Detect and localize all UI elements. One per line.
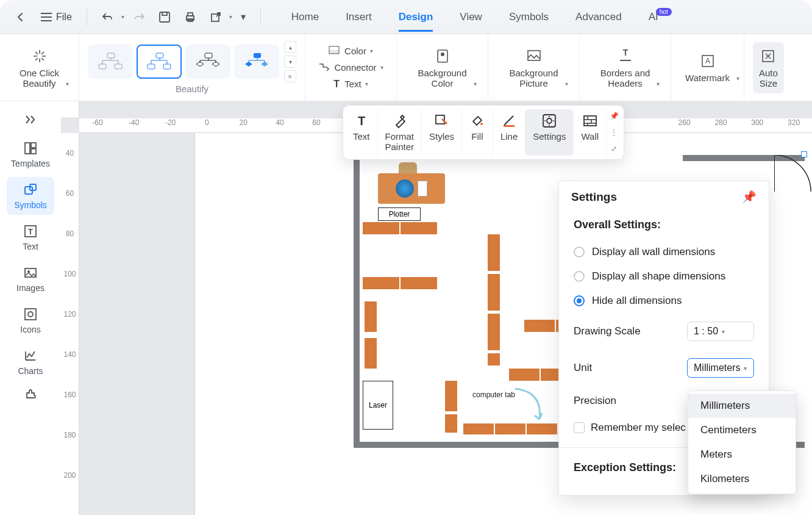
settings-title: Settings <box>571 190 617 204</box>
color-label: Color <box>344 46 366 56</box>
wall-left[interactable] <box>354 155 360 442</box>
computer-tab-label: computer tab <box>472 391 515 399</box>
watermark-button[interactable]: AWatermark▾ <box>679 49 736 85</box>
group-style-menu: Color▾ Connector▾ TText▾ <box>305 34 397 101</box>
style-thumb-1[interactable] <box>88 45 133 79</box>
tab-ai[interactable]: AIhot <box>635 2 688 32</box>
group-bg-picture: Background Picture▾ <box>488 34 580 101</box>
radio-hide-dimensions[interactable]: Hide all dimensions <box>559 289 769 313</box>
export-button[interactable] <box>205 6 227 28</box>
ft-line[interactable]: Line <box>493 109 525 156</box>
print-button[interactable] <box>179 6 201 28</box>
pin-icon[interactable]: 📌 <box>610 112 619 120</box>
sidebar-icons[interactable]: Icons <box>7 301 54 339</box>
unit-select[interactable]: Millimeters▾ <box>687 358 754 378</box>
sidebar-images[interactable]: Images <box>7 260 54 298</box>
brick[interactable] <box>488 353 500 366</box>
tab-advanced[interactable]: Advanced <box>562 2 635 32</box>
brick[interactable] <box>488 234 500 271</box>
bg-color-button[interactable]: Background Color▾ <box>411 45 472 91</box>
tab-design[interactable]: Design <box>385 2 447 32</box>
bg-picture-button[interactable]: Background Picture▾ <box>503 45 564 91</box>
tab-insert[interactable]: Insert <box>332 2 385 32</box>
back-button[interactable] <box>10 6 32 28</box>
ft-settings[interactable]: Settings <box>525 109 574 156</box>
ft-format-painter[interactable]: Format Painter <box>378 109 422 156</box>
radio-shape-dimensions[interactable]: Display all shape dimensions <box>559 264 769 289</box>
brick[interactable] <box>365 338 377 369</box>
gallery-more[interactable]: ≡ <box>284 70 296 82</box>
gallery-up[interactable]: ▴ <box>284 41 296 53</box>
sidebar-symbols[interactable]: Symbols <box>7 177 54 215</box>
text-menu[interactable]: TText▾ <box>331 77 370 91</box>
brick[interactable] <box>401 222 437 234</box>
plotter-label-box[interactable]: Plotter <box>378 207 421 221</box>
unit-option-m[interactable]: Meters <box>688 442 796 467</box>
plotter-device[interactable] <box>378 173 445 204</box>
file-menu[interactable]: File <box>35 9 77 25</box>
svg-rect-23 <box>329 50 339 54</box>
brick[interactable] <box>401 277 437 289</box>
save-button[interactable] <box>154 6 176 28</box>
ft-text-label: Text <box>353 131 370 142</box>
unit-option-mm[interactable]: Millimeters <box>688 394 796 418</box>
brick[interactable] <box>524 320 555 332</box>
more-dots-icon[interactable]: ⋮ <box>610 128 618 137</box>
plotter-top <box>399 162 417 173</box>
svg-point-25 <box>441 52 444 56</box>
borders-headers-button[interactable]: TBorders and Headers▾ <box>594 45 657 91</box>
undo-caret[interactable]: ▾ <box>121 13 124 20</box>
ft-styles[interactable]: Styles <box>422 109 462 156</box>
group-auto-size: Auto Size <box>744 34 795 101</box>
sidebar-more[interactable] <box>7 384 54 405</box>
scale-select[interactable]: 1 : 50▾ <box>687 322 754 341</box>
tab-home[interactable]: Home <box>278 2 332 32</box>
drawing-scale-row: Drawing Scale 1 : 50▾ <box>559 313 769 350</box>
door-arc[interactable] <box>774 155 812 198</box>
ft-wall[interactable]: Wall <box>574 109 607 156</box>
chevron-down-icon: ▾ <box>744 365 747 372</box>
svg-rect-17 <box>156 53 163 58</box>
sidebar-charts[interactable]: Charts <box>7 343 54 381</box>
style-thumb-2[interactable] <box>137 45 182 79</box>
tab-view[interactable]: View <box>446 2 496 32</box>
export-caret[interactable]: ▾ <box>229 13 232 20</box>
gallery-down[interactable]: ▾ <box>284 56 296 68</box>
sidebar-templates[interactable]: Templates <box>7 135 54 173</box>
tab-symbols[interactable]: Symbols <box>496 2 562 32</box>
brick[interactable] <box>463 423 494 434</box>
brick[interactable] <box>445 414 457 433</box>
style-thumb-4[interactable] <box>234 45 279 79</box>
unit-row: Unit Millimeters▾ <box>559 350 769 386</box>
brick[interactable] <box>365 301 377 332</box>
brick[interactable] <box>488 314 500 350</box>
color-menu[interactable]: Color▾ <box>326 45 376 57</box>
sidebar-text[interactable]: TText <box>7 218 54 256</box>
brick[interactable] <box>488 274 500 311</box>
ft-text[interactable]: TText <box>346 109 378 156</box>
ft-fill[interactable]: Fill <box>462 109 493 156</box>
one-click-beautify-button[interactable]: One Click Beautify ▾ <box>13 45 65 91</box>
brick[interactable] <box>363 277 399 289</box>
brick[interactable] <box>445 381 457 411</box>
laser-box[interactable]: Laser <box>363 381 393 430</box>
radio-wall-dimensions[interactable]: Display all wall dimensions <box>559 240 769 264</box>
expand-panel-button[interactable] <box>7 107 54 132</box>
file-label: File <box>56 12 72 23</box>
precision-label: Precision <box>574 395 616 407</box>
pin-icon[interactable]: 📌 <box>742 190 757 204</box>
brick[interactable] <box>541 369 559 381</box>
unit-option-km[interactable]: Kilometers <box>688 467 796 491</box>
icons-icon <box>23 306 38 322</box>
svg-text:T: T <box>622 48 628 57</box>
more-button[interactable]: ▾ <box>236 6 251 28</box>
brick[interactable] <box>509 369 540 381</box>
connector-menu[interactable]: Connector▾ <box>316 61 385 74</box>
undo-button[interactable] <box>97 6 119 28</box>
style-thumb-3[interactable] <box>185 45 230 79</box>
expand-corner-icon[interactable]: ⤢ <box>611 145 617 153</box>
brick[interactable] <box>363 222 399 234</box>
auto-size-button[interactable]: Auto Size <box>753 42 784 93</box>
unit-option-cm[interactable]: Centimeters <box>688 418 796 442</box>
redo-button[interactable] <box>128 6 150 28</box>
